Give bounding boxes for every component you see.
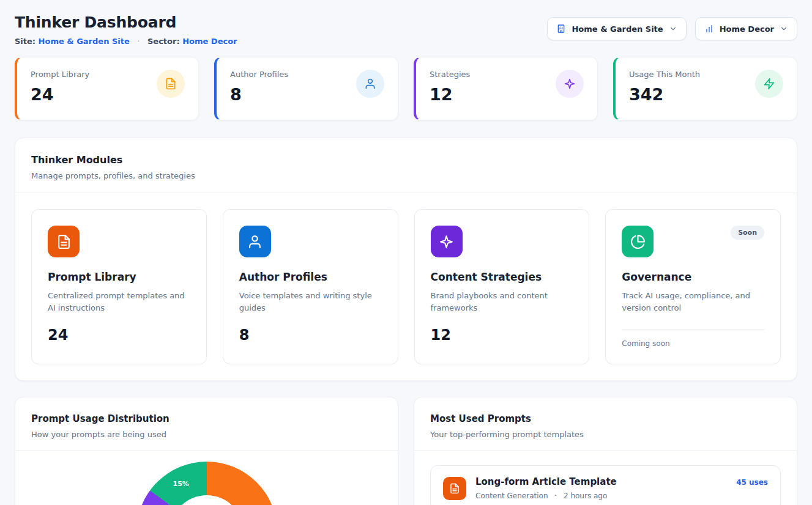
module-title: Content Strategies [431, 271, 573, 283]
bottom-row: Prompt Usage Distribution How your promp… [15, 397, 797, 505]
user-icon [364, 78, 376, 90]
prompt-category: Content Generation [475, 492, 548, 500]
module-card-prompt-library[interactable]: Prompt Library Centralized prompt templa… [31, 209, 207, 364]
user-icon [247, 234, 263, 249]
module-card-governance[interactable]: Soon Governance Track AI usage, complian… [605, 209, 781, 364]
stat-icon-wrap [356, 70, 384, 98]
module-count: 12 [431, 326, 573, 344]
module-title: Author Profiles [239, 271, 382, 283]
module-title: Governance [622, 271, 764, 283]
prompt-uses-badge: 45 uses [736, 478, 768, 487]
sector-selector-label: Home Decor [720, 24, 774, 34]
stat-icon-wrap [157, 70, 185, 98]
prompt-time: 2 hours ago [564, 492, 607, 500]
coming-soon-text: Coming soon [622, 329, 764, 348]
stat-card-author-profiles: Author Profiles 8 [214, 57, 398, 120]
most-used-prompts-card: Most Used Prompts Your top-performing pr… [414, 397, 797, 505]
sector-selector-dropdown[interactable]: Home Decor [695, 17, 797, 40]
lightning-icon [763, 78, 775, 90]
stat-card-usage: Usage This Month 342 [613, 57, 797, 120]
stat-label: Author Profiles [230, 70, 288, 79]
document-icon [165, 78, 177, 90]
module-top [239, 226, 382, 257]
stat-card-strategies: Strategies 12 [414, 57, 598, 120]
usage-card-header: Prompt Usage Distribution How your promp… [15, 397, 398, 451]
page-header: Thinker Dashboard Site: Home & Garden Si… [15, 13, 797, 46]
site-selector-dropdown[interactable]: Home & Garden Site [547, 17, 686, 40]
site-selector-label: Home & Garden Site [572, 24, 663, 34]
prompt-text: Long-form Article Template Content Gener… [475, 476, 727, 500]
chart-area: 15% [15, 451, 398, 505]
module-top [431, 226, 573, 257]
module-count: 24 [48, 326, 190, 344]
module-card-author-profiles[interactable]: Author Profiles Voice templates and writ… [223, 209, 398, 364]
card-title: Prompt Usage Distribution [31, 413, 382, 424]
module-title: Prompt Library [48, 271, 190, 283]
prompt-title: Long-form Article Template [475, 476, 727, 487]
breadcrumb: Site: Home & Garden Site · Sector: Home … [15, 37, 237, 46]
prompt-usage-card: Prompt Usage Distribution How your promp… [15, 397, 398, 505]
module-description: Track AI usage, compliance, and version … [622, 290, 764, 314]
chevron-down-icon [669, 24, 677, 33]
stat-icon-wrap [556, 70, 584, 98]
stat-value: 8 [230, 85, 288, 104]
prompt-meta: Content Generation · 2 hours ago [475, 492, 727, 500]
building-icon [556, 24, 566, 34]
sector-link[interactable]: Home Decor [182, 37, 237, 46]
thinker-modules-section: Thinker Modules Manage prompts, profiles… [15, 138, 797, 381]
module-icon-wrap [48, 226, 80, 257]
stat-label: Strategies [430, 70, 470, 79]
module-top [48, 226, 190, 257]
modules-header: Thinker Modules Manage prompts, profiles… [15, 138, 797, 193]
stat-text: Prompt Library 24 [31, 70, 89, 104]
prompt-icon-wrap [443, 477, 466, 500]
separator-dot: · [554, 492, 557, 500]
page-title: Thinker Dashboard [15, 13, 237, 31]
stat-value: 342 [629, 85, 700, 104]
module-description: Brand playbooks and content frameworks [431, 290, 573, 314]
header-actions: Home & Garden Site Home Decor [547, 17, 797, 40]
dashboard-page: Thinker Dashboard Site: Home & Garden Si… [0, 0, 812, 505]
donut-segment-label: 15% [173, 480, 189, 488]
modules-grid: Prompt Library Centralized prompt templa… [15, 193, 797, 380]
prompts-card-header: Most Used Prompts Your top-performing pr… [414, 397, 797, 451]
module-icon-wrap [431, 226, 463, 257]
stat-value: 12 [430, 85, 470, 104]
stat-text: Usage This Month 342 [629, 70, 700, 104]
module-icon-wrap [622, 226, 654, 257]
section-title: Thinker Modules [31, 154, 781, 166]
prompt-list-item[interactable]: Long-form Article Template Content Gener… [430, 465, 781, 505]
sparkle-icon [564, 78, 576, 90]
document-icon [449, 483, 460, 494]
stat-label: Usage This Month [629, 70, 700, 79]
stat-text: Author Profiles 8 [230, 70, 288, 104]
stat-text: Strategies 12 [430, 70, 470, 104]
stat-value: 24 [31, 85, 89, 104]
stat-card-prompt-library: Prompt Library 24 [15, 57, 199, 120]
document-icon [56, 234, 72, 249]
stat-icon-wrap [755, 70, 783, 98]
module-count: 8 [239, 326, 382, 344]
module-icon-wrap [239, 226, 271, 257]
separator-dot: · [137, 37, 140, 46]
stats-row: Prompt Library 24 Author Profiles 8 Stra… [15, 57, 797, 120]
module-description: Centralized prompt templates and AI inst… [48, 290, 190, 314]
stat-label: Prompt Library [31, 70, 89, 79]
prompt-list: Long-form Article Template Content Gener… [414, 451, 797, 505]
card-title: Most Used Prompts [430, 413, 781, 424]
module-top: Soon [622, 226, 764, 257]
pie-chart-icon [630, 234, 646, 249]
card-subtitle: Your top-performing prompt templates [430, 430, 781, 439]
bar-chart-icon [704, 24, 714, 34]
sparkle-icon [439, 234, 454, 249]
sector-label: Sector: [147, 37, 180, 46]
header-left: Thinker Dashboard Site: Home & Garden Si… [15, 13, 237, 46]
usage-donut: 15% [136, 462, 277, 505]
module-card-content-strategies[interactable]: Content Strategies Brand playbooks and c… [414, 209, 590, 364]
chevron-down-icon [780, 24, 788, 33]
card-subtitle: How your prompts are being used [31, 430, 382, 439]
site-link[interactable]: Home & Garden Site [39, 37, 130, 46]
donut-hole [170, 495, 244, 505]
soon-badge: Soon [731, 226, 764, 240]
site-label: Site: [15, 37, 35, 46]
